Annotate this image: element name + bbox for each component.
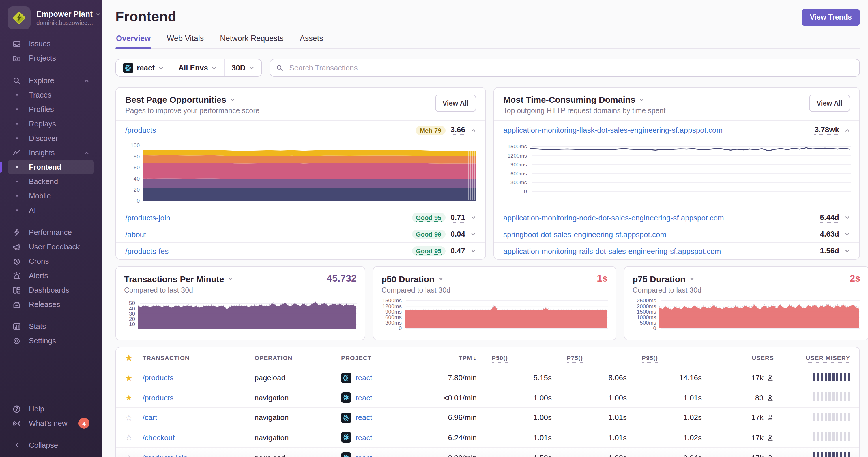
sidebar-item-issues[interactable]: Issues	[7, 36, 94, 51]
project-link[interactable]: react	[355, 394, 372, 402]
col-p50[interactable]: P50()	[477, 354, 552, 361]
transaction-link[interactable]: /products	[143, 373, 254, 382]
col-p75[interactable]: P75()	[552, 354, 627, 361]
project-link[interactable]: react	[355, 454, 372, 457]
org-switcher[interactable]: Empower Plant dominik.buszowiec…	[0, 0, 101, 31]
sidebar-item-alerts[interactable]: Alerts	[7, 268, 94, 283]
sidebar-item-insights[interactable]: Insights	[7, 145, 94, 160]
sidebar-item-crons[interactable]: Crons	[7, 254, 94, 268]
transaction-link[interactable]: /cart	[143, 414, 254, 422]
megaphone-icon	[12, 242, 21, 251]
sidebar-item-profiles[interactable]: Profiles	[7, 102, 94, 117]
p75-cell: 1.00s	[552, 394, 627, 402]
domain-link[interactable]: application-monitoring-rails-dot-sales-e…	[503, 247, 721, 255]
chevron-down-icon[interactable]	[844, 231, 850, 237]
svg-text:600ms: 600ms	[510, 170, 527, 176]
view-trends-button[interactable]: View Trends	[802, 9, 860, 26]
sidebar-item-discover[interactable]: Discover	[7, 131, 94, 145]
sidebar-item-whats-new[interactable]: What's new 4	[7, 416, 94, 430]
page-link[interactable]: /about	[125, 230, 146, 238]
star-toggle[interactable]: ★	[125, 393, 143, 402]
chevron-down-icon[interactable]	[689, 276, 694, 282]
p75-cell: 8.06s	[552, 373, 627, 382]
col-p95[interactable]: P95()	[627, 354, 702, 361]
chevron-down-icon[interactable]	[470, 231, 476, 237]
star-toggle[interactable]: ☆	[125, 413, 143, 422]
tab-web-vitals[interactable]: Web Vitals	[166, 32, 204, 48]
transaction-link[interactable]: /products-join	[143, 454, 254, 457]
sidebar-item-replays[interactable]: Replays	[7, 117, 94, 131]
project-cell: react	[341, 413, 431, 423]
tab-assets[interactable]: Assets	[299, 32, 324, 48]
col-transaction[interactable]: Transaction	[143, 354, 254, 361]
sidebar-item-user-feedback[interactable]: User Feedback	[7, 239, 94, 254]
tpm-subtitle: Compared to last 30d	[124, 286, 356, 294]
filter-bar: react All Envs 30D	[116, 59, 860, 77]
bullet-icon	[16, 209, 18, 211]
sidebar-item-traces[interactable]: Traces	[7, 88, 94, 102]
transaction-link[interactable]: /products	[143, 394, 254, 402]
chevron-down-icon[interactable]	[844, 215, 850, 221]
project-filter[interactable]: react	[116, 59, 171, 76]
sidebar-item-stats[interactable]: Stats	[7, 319, 94, 333]
svg-text:0: 0	[136, 198, 140, 204]
star-toggle[interactable]: ★	[125, 373, 143, 383]
col-operation[interactable]: Operation	[254, 354, 341, 361]
sidebar-item-frontend[interactable]: Frontend	[7, 160, 94, 174]
sidebar-item-explore[interactable]: Explore	[7, 73, 94, 88]
p95-cell: 14.16s	[627, 373, 702, 382]
page-link[interactable]: /products	[125, 126, 156, 134]
environment-filter[interactable]: All Envs	[171, 59, 224, 76]
chevron-down-icon[interactable]	[470, 215, 476, 221]
project-link[interactable]: react	[355, 373, 372, 382]
sidebar-item-projects[interactable]: Projects	[7, 51, 94, 65]
opportunity-score: 0.04	[451, 229, 465, 239]
sidebar-item-performance[interactable]: Performance	[7, 225, 94, 239]
domain-link[interactable]: springboot-dot-sales-engineering-sf.apps…	[503, 230, 666, 238]
opportunity-score: 0.71	[451, 213, 465, 223]
search-input[interactable]	[288, 63, 854, 73]
operation-cell: navigation	[254, 394, 341, 402]
tab-network-requests[interactable]: Network Requests	[219, 32, 284, 48]
project-link[interactable]: react	[355, 414, 372, 422]
star-toggle[interactable]: ☆	[125, 433, 143, 442]
sidebar-item-ai[interactable]: AI	[7, 203, 94, 218]
domain-row-flask: application-monitoring-flask-dot-sales-e…	[494, 121, 859, 140]
chevron-down-icon[interactable]	[639, 97, 645, 102]
page-link[interactable]: /products-join	[125, 213, 170, 222]
transaction-link[interactable]: /checkout	[143, 433, 254, 442]
p50-chart: 1500ms1200ms900ms600ms300ms0	[381, 298, 608, 334]
project-link[interactable]: react	[355, 433, 372, 442]
chevron-down-icon[interactable]	[470, 248, 476, 254]
domain-link[interactable]: application-monitoring-node-dot-sales-en…	[503, 213, 724, 222]
sidebar-item-releases[interactable]: Releases	[7, 297, 94, 312]
sidebar-item-help[interactable]: Help	[7, 402, 94, 416]
date-range-filter[interactable]: 30D	[224, 59, 262, 76]
project-cell: react	[341, 393, 431, 403]
sidebar-item-settings[interactable]: Settings	[7, 333, 94, 348]
col-project[interactable]: Project	[341, 354, 431, 361]
col-user-misery[interactable]: User Misery	[774, 354, 850, 361]
star-toggle[interactable]: ☆	[125, 453, 143, 457]
col-tpm[interactable]: TPM↓	[431, 354, 477, 361]
tpm-chart: 5040302010	[124, 298, 356, 334]
sidebar-item-dashboards[interactable]: Dashboards	[7, 283, 94, 297]
sidebar-collapse-button[interactable]: Collapse	[7, 438, 94, 452]
p75-duration-card: p75 Duration 2s Compared to last 30d 250…	[624, 266, 868, 340]
chevron-down-icon[interactable]	[844, 248, 850, 254]
sidebar-item-mobile[interactable]: Mobile	[7, 189, 94, 203]
chevron-down-icon[interactable]	[438, 276, 443, 282]
tab-overview[interactable]: Overview	[116, 32, 151, 48]
chevron-down-icon[interactable]	[228, 276, 234, 282]
best-pages-view-all-button[interactable]: View All	[435, 95, 476, 112]
domains-view-all-button[interactable]: View All	[809, 95, 850, 112]
operation-cell: navigation	[254, 414, 341, 422]
chevron-down-icon[interactable]	[230, 97, 236, 102]
col-users[interactable]: Users	[702, 354, 774, 361]
chevron-up-icon[interactable]	[844, 127, 850, 133]
org-user: dominik.buszowiec…	[36, 19, 94, 26]
domain-link[interactable]: application-monitoring-flask-dot-sales-e…	[503, 126, 722, 134]
page-link[interactable]: /products-fes	[125, 247, 168, 255]
chevron-up-icon[interactable]	[470, 127, 476, 133]
sidebar-item-backend[interactable]: Backend	[7, 174, 94, 189]
